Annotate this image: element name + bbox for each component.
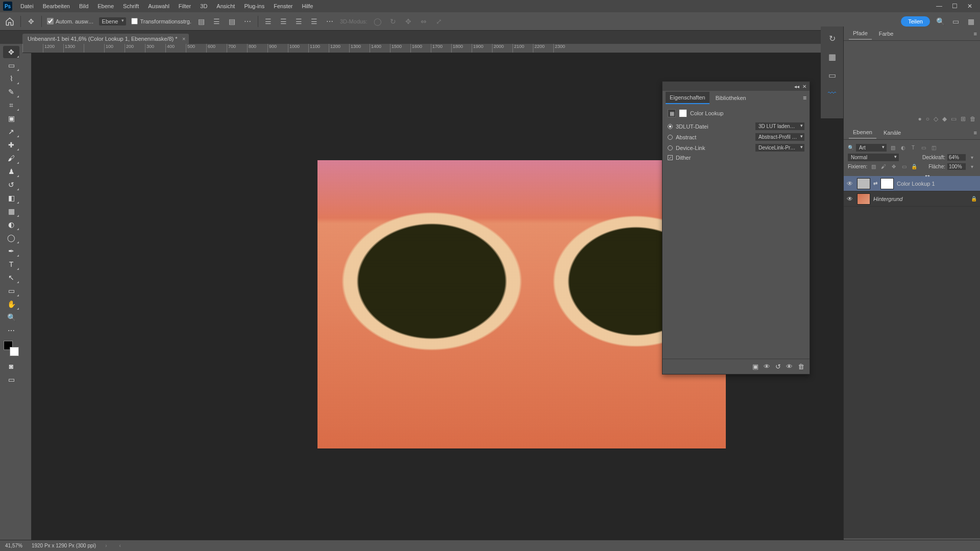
search-icon[interactable]: 🔍: [935, 16, 945, 27]
align-right-icon[interactable]: ▤: [227, 16, 237, 27]
gradient-tool[interactable]: ▦: [3, 205, 19, 217]
eyedropper-tool[interactable]: ↗: [3, 126, 19, 138]
chevron-down-icon[interactable]: ▾: [968, 155, 976, 160]
arrange-icon[interactable]: ▦: [966, 16, 976, 27]
tab-channels[interactable]: Kanäle: [879, 127, 905, 138]
document-tab[interactable]: Unbenannt-1 bei 41,6% (Color Lookup 1, E…: [22, 34, 189, 44]
move-tool-indicator-icon[interactable]: ✥: [26, 16, 36, 27]
history-panel-icon[interactable]: ↻: [825, 32, 839, 45]
path-make-icon[interactable]: ◆: [942, 115, 947, 122]
delete-adjustment-icon[interactable]: 🗑: [798, 363, 804, 370]
shape-tool[interactable]: ▭: [3, 285, 19, 297]
quick-select-tool[interactable]: ✎: [3, 86, 19, 98]
chevron-right-icon[interactable]: ›: [105, 543, 107, 548]
dropdown-abstract[interactable]: Abstract-Profil la…: [755, 133, 804, 141]
menu-image[interactable]: Bild: [75, 2, 92, 11]
window-maximize[interactable]: ☐: [947, 2, 962, 11]
menu-3d[interactable]: 3D: [196, 2, 211, 11]
tab-color[interactable]: Farbe: [875, 28, 898, 39]
filter-shape-icon[interactable]: ▭: [919, 145, 927, 151]
menu-layer[interactable]: Ebene: [93, 2, 118, 11]
path-select-tool[interactable]: ↖: [3, 271, 19, 284]
distribute-bottom-icon[interactable]: ☰: [294, 16, 304, 27]
more-align-icon[interactable]: ⋯: [242, 16, 253, 27]
tab-properties[interactable]: Eigenschaften: [666, 92, 709, 104]
overflow-icon[interactable]: ⋯: [325, 16, 335, 27]
align-center-h-icon[interactable]: ☰: [212, 16, 222, 27]
menu-plugins[interactable]: Plug-ins: [240, 2, 268, 11]
visibility-toggle-icon[interactable]: 👁: [847, 180, 854, 187]
auto-select-target-dropdown[interactable]: Ebene: [99, 17, 127, 26]
tab-layers[interactable]: Ebenen: [849, 127, 876, 139]
tab-libraries[interactable]: Bibliotheken: [712, 92, 750, 104]
type-tool[interactable]: T: [3, 258, 19, 270]
share-button[interactable]: Teilen: [901, 16, 930, 27]
zoom-tool[interactable]: 🔍: [3, 311, 19, 323]
toolbar-more[interactable]: ⋯: [3, 324, 19, 337]
clip-to-layer-icon[interactable]: ▣: [752, 363, 758, 370]
close-icon[interactable]: ×: [182, 36, 185, 42]
frame-tool[interactable]: ▣: [3, 112, 19, 124]
marquee-tool[interactable]: ▭: [3, 59, 19, 71]
filter-pixel-icon[interactable]: ▧: [889, 145, 897, 151]
visibility-toggle-icon[interactable]: 👁: [847, 195, 854, 203]
chevron-left-icon[interactable]: ‹: [119, 543, 120, 548]
auto-select-checkbox[interactable]: Autom. ausw…: [47, 18, 94, 24]
menu-file[interactable]: Datei: [16, 2, 38, 11]
home-icon[interactable]: [4, 16, 15, 27]
move-tool[interactable]: ✥: [3, 46, 19, 58]
opacity-input[interactable]: [947, 154, 966, 161]
radio-abstract[interactable]: [668, 135, 673, 140]
panel-close-icon[interactable]: ✕: [802, 84, 806, 89]
filter-adjust-icon[interactable]: ◐: [899, 145, 907, 151]
radio-devicelink[interactable]: [668, 145, 673, 151]
panel-menu-icon[interactable]: ≡: [974, 130, 977, 136]
curves-panel-icon[interactable]: 〰: [825, 87, 839, 100]
layer-row[interactable]: 👁 Hintergrund 🔒: [844, 191, 980, 207]
panel-menu-icon[interactable]: ≡: [803, 94, 806, 102]
align-left-icon[interactable]: ▤: [197, 16, 207, 27]
radio-3dlut[interactable]: [668, 124, 673, 129]
menu-edit[interactable]: Bearbeiten: [39, 2, 74, 11]
menu-select[interactable]: Auswahl: [144, 2, 174, 11]
search-icon[interactable]: 🔍: [848, 145, 854, 151]
zoom-level[interactable]: 41,57%: [5, 543, 22, 548]
delete-path-icon[interactable]: 🗑: [970, 115, 976, 122]
properties-panel[interactable]: ◂◂ ✕ Eigenschaften Bibliotheken ≡ ▦ Colo…: [662, 81, 810, 374]
document-info[interactable]: 1920 Px x 1290 Px (300 ppi): [32, 543, 96, 548]
tab-paths[interactable]: Pfade: [849, 28, 872, 40]
screenmode-toggle[interactable]: ▭: [3, 373, 19, 386]
path-mask-icon[interactable]: ▭: [951, 115, 957, 122]
menu-help[interactable]: Hilfe: [298, 2, 317, 11]
fg-bg-color[interactable]: [4, 341, 19, 356]
window-minimize[interactable]: —: [932, 2, 946, 11]
menu-filter[interactable]: Filter: [175, 2, 195, 11]
swatches-panel-icon[interactable]: ▦: [825, 50, 839, 63]
layer-name[interactable]: Color Lookup 1: [897, 181, 935, 187]
menu-window[interactable]: Fenster: [270, 2, 297, 11]
distribute-more-icon[interactable]: ☰: [309, 16, 320, 27]
filter-type-icon[interactable]: T: [909, 145, 917, 151]
character-panel-icon[interactable]: ▭: [825, 68, 839, 82]
crop-tool[interactable]: ⌗: [3, 99, 19, 111]
distribute-top-icon[interactable]: ☰: [263, 16, 274, 27]
blend-mode-dropdown[interactable]: Normal: [848, 154, 899, 161]
distribute-vcenter-icon[interactable]: ☰: [279, 16, 289, 27]
chevron-down-icon[interactable]: ▾: [968, 164, 976, 169]
workspace-icon[interactable]: ▭: [950, 16, 961, 27]
history-brush-tool[interactable]: ↺: [3, 179, 19, 191]
brush-tool[interactable]: 🖌: [3, 152, 19, 164]
lock-artboard-icon[interactable]: ▭: [900, 164, 908, 169]
lasso-tool[interactable]: ⌇: [3, 72, 19, 85]
transform-controls-checkbox[interactable]: Transformationsstrg.: [131, 18, 191, 24]
panel-menu-icon[interactable]: ≡: [974, 31, 977, 37]
lock-all-icon[interactable]: 🔒: [910, 164, 918, 169]
fill-input[interactable]: [947, 163, 966, 170]
lock-paint-icon[interactable]: 🖌: [879, 164, 888, 169]
dodge-tool[interactable]: ◯: [3, 232, 19, 244]
lock-position-icon[interactable]: ✥: [890, 164, 898, 169]
filter-type-dropdown[interactable]: Art: [856, 144, 887, 152]
adjustment-thumb[interactable]: [857, 178, 870, 189]
layer-name[interactable]: Hintergrund: [873, 196, 902, 202]
healing-tool[interactable]: ✚: [3, 139, 19, 151]
